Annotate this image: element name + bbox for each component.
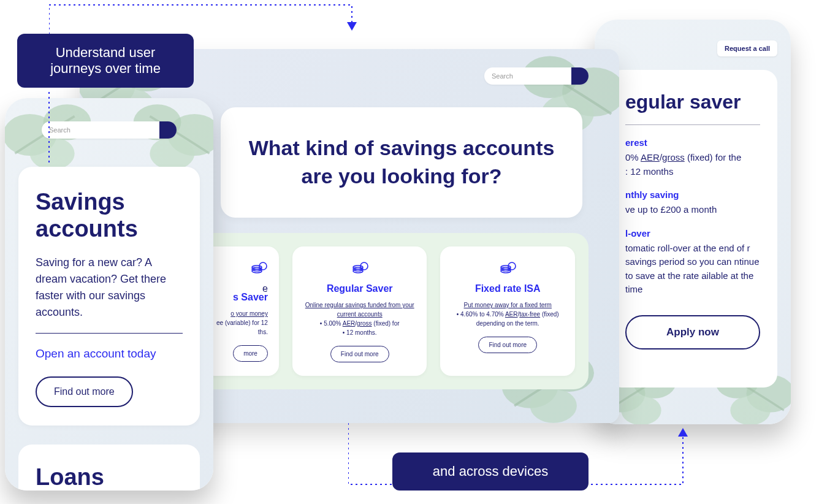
search-button[interactable] [159,121,177,139]
find-out-more-button[interactable]: Find out more [36,376,133,407]
search-input[interactable]: Search [42,121,177,139]
product-card-bullet: ee (variable) for 12 [206,318,268,327]
product-card-title: s Saver [206,292,268,303]
loans-panel: Loans [18,445,200,491]
find-out-more-button[interactable]: more [233,345,268,362]
product-card-regular-saver: Regular Saver Online regular savings fun… [292,246,427,376]
product-card-bullet: • 12 months. [303,328,416,337]
find-out-more-button[interactable]: Find out more [478,337,537,353]
connector-left [43,92,55,166]
search-placeholder: Search [492,72,513,80]
divider [625,124,760,125]
callout-understand-journeys: Understand user journeys over time [17,34,194,88]
request-call-button[interactable]: Request a call [717,40,777,56]
open-account-link[interactable]: Open an account today [36,347,183,361]
rollover-label: l-over [625,228,760,239]
rollover-value: tomatic roll-over at the end of r saving… [625,242,760,297]
coins-icon [451,260,564,277]
product-detail-title: egular saver [625,91,760,113]
interest-label: erest [625,137,760,148]
product-card-desc: o your money [206,309,268,318]
product-cards-row: e s Saver o your money ee (variable) for… [190,233,589,389]
hero-title: What kind of savings accounts are you lo… [245,134,558,191]
product-card-title: Fixed rate ISA [451,283,564,294]
product-card-bullet: ths. [206,327,268,337]
product-card-bullet: • 4.60% to 4.70% AER/tax-free (fixed) de… [451,310,564,328]
product-card-access-saver: e s Saver o your money ee (variable) for… [204,246,279,376]
savings-body: Saving for a new car? A dream vacation? … [36,254,183,321]
hero-panel: What kind of savings accounts are you lo… [221,107,582,218]
product-card-desc: Online regular savings funded from your … [303,300,416,319]
loans-title: Loans [36,464,183,491]
search-button[interactable] [571,67,589,85]
monthly-saving-label: nthly saving [625,189,760,200]
apply-now-button[interactable]: Apply now [625,315,760,349]
product-card-desc: Put money away for a fixed term [451,300,564,310]
savings-title: Savings accounts [36,189,183,242]
interest-value: 0% AER/gross (fixed) for the [625,151,760,165]
savings-hero-panel: Savings accounts Saving for a new car? A… [18,167,200,426]
product-card-bullet: • 5.00% AER/gross (fixed) for [303,319,416,328]
interest-value: : 12 months [625,165,760,179]
search-input[interactable]: Search [484,67,589,85]
coins-icon [303,260,416,277]
callout-across-devices: and across devices [392,452,589,491]
coins-icon [206,260,268,277]
monthly-saving-value: ve up to £200 a month [625,203,760,217]
product-card-fixed-isa: Fixed rate ISA Put money away for a fixe… [440,246,575,376]
mobile-device-left: Search Savings accounts Saving for a new… [5,98,213,491]
svg-marker-7 [347,22,357,31]
svg-marker-8 [678,428,688,437]
mobile-device-right: Request a call egular saver erest 0% AER… [595,20,791,424]
find-out-more-button[interactable]: Find out more [330,346,389,362]
product-detail-panel: egular saver erest 0% AER/gross (fixed) … [608,70,777,388]
divider [36,333,183,334]
product-card-title: Regular Saver [303,283,416,294]
